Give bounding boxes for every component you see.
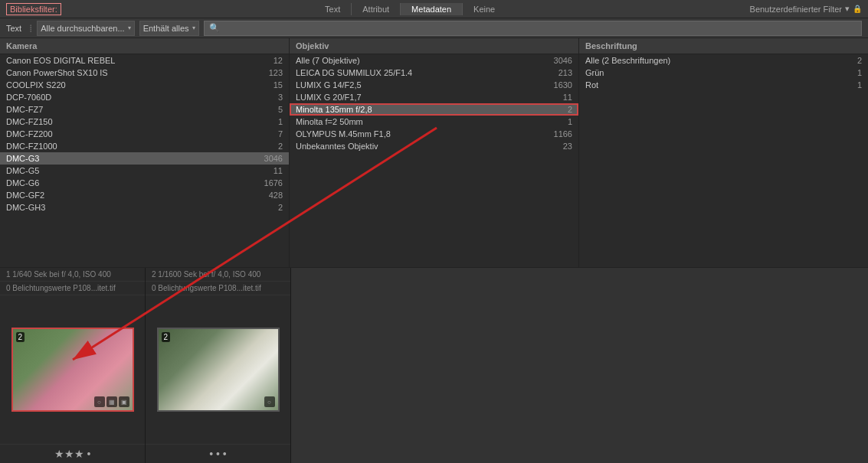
- item-count: 1630: [554, 80, 572, 90]
- item-count: 11: [274, 166, 283, 175]
- item-count: 1: [568, 117, 572, 126]
- item-count: 1676: [264, 178, 283, 187]
- item-count: 2: [278, 203, 283, 212]
- item-count: 3: [278, 93, 283, 102]
- tab-attribut[interactable]: Attribut: [351, 3, 400, 15]
- item-name: Alle (2 Beschriftungen): [585, 56, 670, 65]
- item-name: Canon PowerShot SX10 IS: [6, 68, 108, 77]
- thumb-icons-1: ○ ▦ ▣: [94, 396, 129, 407]
- item-name: DMC-FZ7: [6, 105, 43, 114]
- list-item[interactable]: DMC-FZ200 7: [0, 128, 289, 140]
- item-name: DMC-FZ1000: [6, 142, 57, 151]
- thumbnail-1[interactable]: 2 ○ ▦ ▣: [11, 328, 134, 412]
- tab-metadaten[interactable]: Metadaten: [400, 3, 462, 15]
- search-input[interactable]: [223, 24, 857, 33]
- item-count: 1166: [554, 129, 572, 139]
- strip-rating-1: ★★★ •: [0, 444, 145, 463]
- text-filter-row: Text ⁞ Alle durchsuchbaren... ▾ Enthält …: [0, 18, 868, 38]
- main-content-area: [291, 268, 868, 463]
- item-count: 3046: [554, 56, 572, 65]
- item-count: 213: [558, 68, 572, 77]
- objektiv-column: Objektiv Alle (7 Objektive) 3046 LEICA D…: [290, 38, 579, 267]
- item-name: DMC-G6: [6, 178, 39, 187]
- item-name: OLYMPUS M.45mm F1,8: [296, 129, 391, 139]
- list-item[interactable]: Alle (2 Beschriftungen) 2: [579, 54, 868, 67]
- item-count: 428: [269, 191, 283, 200]
- item-count: 2: [278, 142, 283, 151]
- item-name: Grün: [585, 68, 604, 77]
- list-item[interactable]: Canon PowerShot SX10 IS 123: [0, 67, 289, 79]
- list-item[interactable]: DMC-GF2 428: [0, 189, 289, 201]
- list-item[interactable]: Unbekanntes Objektiv 23: [290, 140, 578, 152]
- list-item[interactable]: DMC-FZ7 5: [0, 103, 289, 116]
- list-item[interactable]: LEICA DG SUMMILUX 25/F1.4 213: [290, 67, 578, 79]
- filter-tabs: Text Attribut Metadaten Keine: [70, 3, 750, 15]
- item-count: 2: [568, 105, 572, 114]
- list-item[interactable]: DMC-FZ1000 2: [0, 140, 289, 152]
- item-name: DCP-7060D: [6, 93, 51, 102]
- strip-info-2b: 0 Belichtungswerte P108...itet.tif: [146, 282, 290, 295]
- list-item-minolta-135[interactable]: Minolta 135mm f/2,8 2: [290, 103, 578, 116]
- search-type-dropdown[interactable]: Enthält alles ▾: [139, 21, 199, 36]
- search-scope-dropdown[interactable]: Alle durchsuchbaren... ▾: [37, 21, 134, 36]
- list-item[interactable]: DMC-G5 11: [0, 165, 289, 177]
- item-count: 1: [278, 117, 283, 126]
- thumbnail-image-2: [159, 329, 278, 410]
- film-strip-2: 2 1/1600 Sek bei f/ 4,0, ISO 400 0 Belic…: [146, 268, 291, 463]
- list-item[interactable]: Minolta f=2 50mm 1: [290, 116, 578, 128]
- custom-filter: Benutzerdefinierter Filter ▾ 🔒: [750, 4, 862, 14]
- tab-text[interactable]: Text: [314, 3, 351, 15]
- bottom-section: 1 1/640 Sek bei f/ 4,0, ISO 400 0 Belich…: [0, 268, 868, 463]
- item-name: LUMIX G 20/F1,7: [296, 93, 362, 102]
- item-name: DMC-GF2: [6, 191, 44, 200]
- list-item-rot[interactable]: Rot 1: [579, 79, 868, 91]
- item-name: LUMIX G 14/F2,5: [296, 80, 362, 90]
- item-count: 12: [274, 56, 283, 65]
- item-name: Minolta f=2 50mm: [296, 117, 363, 126]
- beschriftung-header: Beschriftung: [579, 38, 868, 54]
- list-item-dmc-g3[interactable]: DMC-G3 3046: [0, 152, 289, 165]
- thumb-icons-2: ○: [264, 396, 275, 407]
- list-item[interactable]: LUMIX G 14/F2,5 1630: [290, 79, 578, 91]
- kamera-header: Kamera: [0, 38, 289, 54]
- text-label: Text: [6, 24, 21, 33]
- list-item[interactable]: DMC-G6 1676: [0, 177, 289, 189]
- objektiv-list: Alle (7 Objektive) 3046 LEICA DG SUMMILU…: [290, 54, 578, 267]
- list-item[interactable]: DCP-7060D 3: [0, 91, 289, 103]
- list-item-gruen[interactable]: Grün 1: [579, 67, 868, 79]
- item-name: Alle (7 Objektive): [296, 56, 360, 65]
- item-count: 11: [563, 93, 572, 102]
- objektiv-header: Objektiv: [290, 38, 578, 54]
- strip-info-1b: 0 Belichtungswerte P108...itet.tif: [0, 282, 145, 295]
- strip-thumb-1[interactable]: 2 ○ ▦ ▣: [0, 295, 145, 444]
- list-item[interactable]: Canon EOS DIGITAL REBEL 12: [0, 54, 289, 67]
- item-count: 1: [857, 68, 862, 77]
- film-strip-1: 1 1/640 Sek bei f/ 4,0, ISO 400 0 Belich…: [0, 268, 146, 463]
- list-item[interactable]: COOLPIX S220 15: [0, 79, 289, 91]
- thumbnail-2[interactable]: 2 ○: [157, 328, 280, 412]
- thumb-icon-circle: ○: [94, 396, 105, 407]
- list-item[interactable]: OLYMPUS M.45mm F1,8 1166: [290, 128, 578, 140]
- thumb-badge-1: 2: [16, 332, 25, 342]
- item-name: Minolta 135mm f/2,8: [296, 105, 372, 114]
- list-item[interactable]: DMC-GH3 2: [0, 201, 289, 214]
- kamera-column: Kamera Canon EOS DIGITAL REBEL 12 Canon …: [0, 38, 290, 267]
- strip-thumb-2[interactable]: 2 ○: [146, 295, 290, 444]
- item-count: 1: [857, 80, 862, 90]
- dropdown-arrow-1: ▾: [128, 24, 131, 31]
- list-item[interactable]: LUMIX G 20/F1,7 11: [290, 91, 578, 103]
- item-count: 3046: [264, 154, 283, 163]
- item-count: 23: [563, 142, 572, 151]
- beschriftung-column: Beschriftung Alle (2 Beschriftungen) 2 G…: [579, 38, 868, 267]
- kamera-list: Canon EOS DIGITAL REBEL 12 Canon PowerSh…: [0, 54, 289, 261]
- item-name: DMC-FZ150: [6, 117, 53, 126]
- item-count: 15: [274, 80, 283, 90]
- search-box[interactable]: 🔍: [204, 21, 862, 36]
- lock-icon[interactable]: 🔒: [853, 5, 862, 13]
- list-item[interactable]: DMC-FZ150 1: [0, 116, 289, 128]
- list-item[interactable]: Alle (7 Objektive) 3046: [290, 54, 578, 67]
- tab-keine[interactable]: Keine: [462, 3, 506, 15]
- divider-dot: ⁞: [29, 22, 32, 34]
- item-count: 2: [857, 56, 862, 65]
- search-type-label: Enthält alles: [143, 24, 189, 33]
